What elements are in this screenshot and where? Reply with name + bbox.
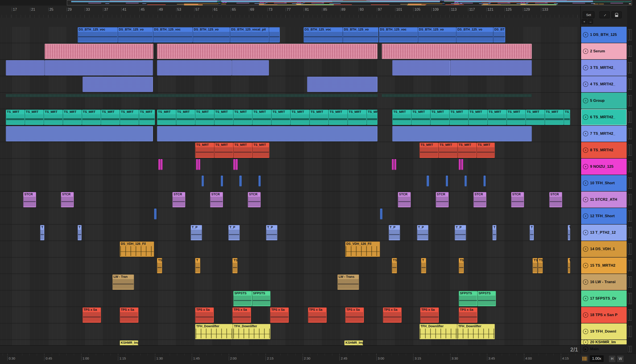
clip[interactable]: STCR (210, 192, 223, 208)
track-collapse-icon[interactable]: ▾ (583, 164, 588, 169)
clip[interactable]: T_P (389, 225, 400, 240)
clip[interactable] (6, 126, 153, 142)
clip[interactable]: TFH_Downlifter (420, 324, 457, 339)
clip[interactable]: TPS x Sa (83, 308, 101, 323)
clip[interactable]: TS_MRT (469, 110, 488, 125)
clip[interactable]: TPS x Sa (383, 308, 402, 323)
clip[interactable]: TS_MRT (271, 110, 290, 125)
clip[interactable] (232, 60, 269, 76)
clip[interactable] (6, 60, 45, 76)
clip[interactable]: TS_MRT (438, 142, 458, 158)
clip[interactable]: TS (538, 258, 543, 273)
track-header[interactable]: ▾13 T_PTH2_12 (581, 224, 627, 240)
clip[interactable]: DS_BTH_125_vo (418, 27, 456, 42)
clip[interactable]: DS_BTH_125_vocal_pit (230, 27, 269, 42)
track-collapse-icon[interactable]: ▾ (583, 148, 588, 153)
clip[interactable]: LW - Trans (338, 274, 359, 290)
clip[interactable]: T_P (266, 225, 277, 240)
clip[interactable]: TS (459, 258, 464, 273)
clip[interactable]: TS_MRT (420, 142, 439, 158)
clip[interactable]: TS_MRT (392, 110, 411, 125)
set-button[interactable]: Set (583, 11, 594, 18)
scrub-area[interactable] (0, 18, 580, 27)
clip[interactable]: TS_MRT (545, 110, 564, 125)
clip[interactable] (45, 44, 153, 59)
clip[interactable]: STCR (436, 192, 449, 208)
clip[interactable]: KSHMR_Imp (120, 340, 139, 345)
clip[interactable]: TS_MRT (458, 142, 477, 158)
clip[interactable]: TS_MRT (233, 110, 252, 125)
clip[interactable]: TS_MRT (233, 142, 252, 158)
clip[interactable]: T (568, 225, 570, 240)
clip[interactable]: DS_BTH_125_vo (456, 27, 493, 42)
clip[interactable]: T_P (191, 225, 202, 240)
clip[interactable]: DS_VDH_126_Fil (120, 242, 154, 257)
zoom-height-button[interactable]: H (608, 355, 616, 362)
track-header[interactable]: ▾8 TS_MRTH2 (581, 142, 627, 158)
clip[interactable]: DS_VDH_126_Fil (345, 242, 380, 257)
zoom-width-button[interactable]: W (617, 355, 624, 362)
clip[interactable]: TS (232, 258, 237, 273)
clip[interactable] (394, 159, 396, 170)
clip[interactable]: T_P (417, 225, 428, 240)
track-collapse-icon[interactable]: ▾ (583, 279, 588, 285)
track-collapse-icon[interactable]: ▾ (583, 340, 588, 344)
track-collapse-icon[interactable]: ▾ (583, 65, 588, 70)
clip[interactable]: TS_MRT (449, 110, 469, 125)
track-collapse-icon[interactable]: ▾ (583, 214, 588, 219)
clip[interactable]: TS_MRT (101, 110, 120, 125)
forward-button[interactable]: → (588, 19, 593, 24)
clip[interactable]: TS_MRT (252, 142, 269, 158)
track-header[interactable]: ▾9 NOIZU_125 (581, 158, 627, 175)
clip[interactable]: SFPSTS (477, 291, 496, 306)
clip[interactable]: STCR (248, 192, 261, 208)
track-collapse-icon[interactable]: ▾ (583, 329, 588, 334)
clip[interactable]: TS_MRT (411, 110, 430, 125)
track-header[interactable]: ≡5 Group (581, 93, 627, 109)
clip[interactable]: TFH_Downlifter (457, 324, 495, 339)
clip[interactable] (6, 94, 378, 97)
track-collapse-icon[interactable]: ▾ (583, 82, 588, 87)
track-header[interactable]: ▾14 DS_VDH_1 (581, 241, 627, 257)
track-collapse-icon[interactable]: ▾ (583, 263, 588, 268)
clip[interactable]: TPS x Sa (345, 308, 364, 323)
clip[interactable]: TS_MRT (157, 110, 176, 125)
clip[interactable]: TPS x Sa (195, 308, 214, 323)
speed-display[interactable]: 1.00x (590, 355, 604, 362)
clip[interactable] (450, 60, 532, 76)
track-header[interactable]: ▾15 TS_MRTH2 (581, 258, 627, 274)
clip[interactable] (154, 208, 156, 220)
clip[interactable]: TPS x Sa (232, 308, 251, 323)
clip[interactable] (157, 126, 378, 142)
clip[interactable] (427, 176, 429, 186)
track-header[interactable]: ▾17 SFPSTS_Dr (581, 290, 627, 306)
clip[interactable]: TS_MRT (477, 142, 495, 158)
clip[interactable] (221, 176, 223, 186)
track-collapse-icon[interactable]: ▾ (583, 312, 588, 318)
clip[interactable] (202, 176, 204, 186)
clip[interactable] (196, 159, 198, 170)
clip[interactable] (307, 77, 378, 92)
clip[interactable]: DS_BTH_125_voc (153, 27, 193, 42)
add-button[interactable]: + (582, 19, 587, 24)
clip[interactable]: STCR (23, 192, 36, 208)
track-collapse-icon[interactable]: ▾ (583, 48, 588, 54)
clip[interactable]: TPS x Sa (308, 308, 327, 323)
clip[interactable]: TS_MRT (82, 110, 101, 125)
track-header[interactable]: ▾1 DS_BTH_125 (581, 27, 627, 43)
clip[interactable]: TS_MRT (507, 110, 526, 125)
clip[interactable]: STCR (172, 192, 185, 208)
clip[interactable]: SFPSTS (252, 291, 271, 306)
clip[interactable]: TS_MRT (487, 110, 506, 125)
play-icon[interactable]: ▶ (583, 346, 588, 352)
clip[interactable]: LW - Tran (112, 274, 134, 290)
clip[interactable] (258, 176, 261, 186)
clip[interactable] (83, 77, 153, 92)
track-header[interactable]: ▾19 TFH_Downl (581, 324, 627, 340)
track-header[interactable]: ▾10 TFH_Short (581, 175, 627, 191)
clip[interactable] (465, 176, 467, 186)
clip[interactable]: TS_MRT (348, 110, 367, 125)
clip[interactable] (446, 176, 448, 186)
clip[interactable]: T_P (228, 225, 240, 240)
clip[interactable]: STCR (549, 192, 562, 208)
